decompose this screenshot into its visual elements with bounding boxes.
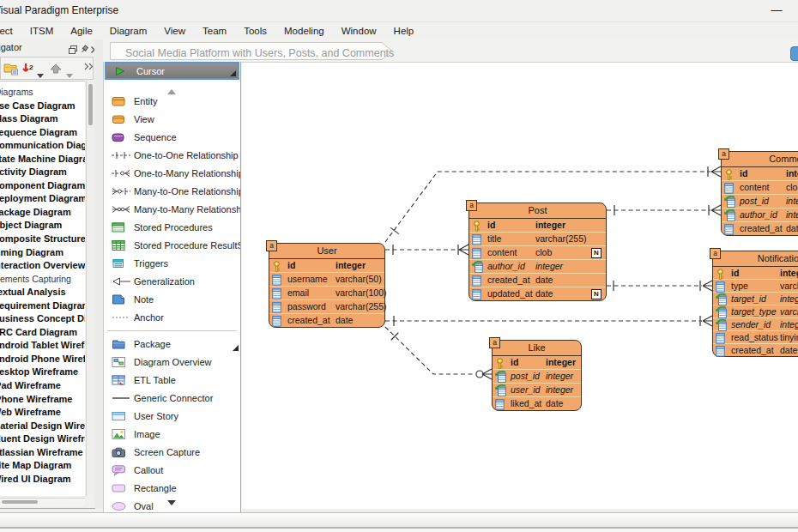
nav-category-requirements-capturing[interactable]: Requirements Capturing [0,273,85,287]
sort-icon[interactable]: 2 [21,62,35,79]
toolbox-item-view[interactable]: View [104,110,240,128]
nav-item-interaction-overview-diagram[interactable]: Interaction Overview Diagram [0,259,85,273]
toolbox-item-callout[interactable]: Callout [104,461,240,479]
entity-column-row[interactable]: created_atdate [722,222,798,235]
menu-modeling[interactable]: Modeling [275,22,333,39]
menu-agile[interactable]: Agile [62,22,101,39]
toolbox-item-image[interactable]: Image [104,425,240,443]
entity-column-row[interactable]: passwordvarchar(255) [269,300,384,314]
toolbox-item-many-to-many-relationship[interactable]: Many-to-Many Relationship [104,200,240,218]
toolbox-item-diagram-overview[interactable]: Diagram Overview [104,353,240,371]
float-panel-icon[interactable] [69,42,80,53]
entity-column-row[interactable]: created_atdate [269,314,384,327]
entity-column-row[interactable]: usernamevarchar(50) [269,273,384,287]
nav-item-sequence-diagram[interactable]: Sequence Diagram [0,126,85,140]
toolbox-item-cursor[interactable]: Cursor [105,62,239,80]
entity-column-row[interactable]: author_idinteger [469,260,606,274]
entity-comment[interactable]: aCommentidintegercontentclobpost_idinteg… [721,151,798,236]
entity-column-row[interactable]: idinteger [713,267,798,280]
toolbox-item-note[interactable]: Note [104,290,240,308]
menu-tools[interactable]: Tools [235,22,275,39]
entity-post[interactable]: aPostidintegertitlevarchar(255)contentcl… [469,203,607,301]
entity-column-row[interactable]: idinteger [722,167,798,181]
nav-item-fluent-design-wireframe[interactable]: Fluent Design Wireframe [0,432,85,446]
entity-column-row[interactable]: read_statustinyint [713,331,798,344]
entity-like[interactable]: aLikeidintegerpost_idintegeruser_idinteg… [492,340,582,411]
entity-column-row[interactable]: idinteger [493,356,581,370]
entity-column-row[interactable]: updated_atdateN [469,287,606,300]
entity-column-row[interactable]: contentclob [722,181,798,195]
toolbox-scroll-down[interactable] [159,493,184,509]
menu-itsm[interactable]: ITSM [21,22,62,39]
toolbox-item-triggers[interactable]: Triggers [104,254,240,272]
entity-column-row[interactable]: typevarchar [713,280,798,293]
menu-diagram[interactable]: Diagram [101,22,155,39]
entity-column-row[interactable]: liked_atdate [493,397,581,410]
new-model-icon[interactable] [3,62,19,79]
toolbox-item-anchor[interactable]: Anchor [104,308,240,326]
nav-item-component-diagram[interactable]: Component Diagram [0,179,85,193]
nav-item-requirement-diagram[interactable]: Requirement Diagram [0,299,85,313]
nav-item-wired-ui-diagram[interactable]: Wired UI Diagram [0,473,85,487]
toolbox-item-stored-procedure-resultset[interactable]: Stored Procedure ResultSet [104,236,240,254]
nav-item-communication-diagram[interactable]: Communication Diagram [0,139,85,153]
toolbox-item-sequence[interactable]: Sequence [104,128,240,146]
toolbox-scroll-up[interactable] [104,82,239,89]
nav-item-iphone-wireframe[interactable]: iPhone Wireframe [0,393,85,407]
diagram-addon-icon[interactable] [790,46,798,61]
toolbox-item-one-to-many-relationship[interactable]: One-to-Many Relationship [104,164,240,182]
toolbox-item-one-to-one-relationship[interactable]: One-to-One Relationship [104,146,240,164]
entity-column-row[interactable]: idinteger [469,219,606,233]
entity-notification[interactable]: aNotificationidintegertypevarchartarget_… [712,251,798,357]
toolbox-item-user-story[interactable]: User Story [104,407,240,425]
toolbox-item-many-to-one-relationship[interactable]: Many-to-One Relationship [104,182,240,200]
connector-post-notification[interactable] [607,281,712,291]
connector-user-post[interactable] [385,245,469,255]
minimize-button[interactable]: — [765,2,788,19]
nav-item-object-diagram[interactable]: Object Diagram [0,219,85,233]
nav-item-class-diagram[interactable]: Class Diagram [0,112,85,126]
nav-item-textual-analysis[interactable]: Textual Analysis [0,286,85,299]
entity-column-row[interactable]: post_idinteger [722,195,798,209]
nav-item-desktop-wireframe[interactable]: Desktop Wireframe [0,366,85,379]
collapse-up-icon[interactable] [49,63,63,78]
nav-item-android-tablet-wireframe[interactable]: Android Tablet Wireframe [0,339,85,353]
scrollbar-thumb[interactable] [88,84,93,125]
entity-user[interactable]: aUseridintegerusernamevarchar(50)emailva… [269,243,385,328]
nav-item-state-machine-diagram[interactable]: State Machine Diagram [0,153,85,166]
toolbox-item-generalization[interactable]: Generalization [104,272,240,290]
nav-category-uml-diagrams[interactable]: UML Diagrams [0,86,85,100]
toolbox-item-stored-procedures[interactable]: Stored Procedures [104,218,240,236]
scrollbar-thumb[interactable] [2,500,38,504]
connector-user-like[interactable] [385,327,492,379]
toolbox-item-generic-connector[interactable]: Generic Connector [104,389,240,407]
nav-item-business-concept-diagram[interactable]: Business Concept Diagram [0,312,85,326]
nav-item-atlassian-wireframe[interactable]: Atlassian Wireframe [0,446,85,460]
nav-item-material-design-wireframe[interactable]: Material Design Wireframe [0,420,85,433]
menu-project[interactable]: Project [0,22,21,39]
nav-item-activity-diagram[interactable]: Activity Diagram [0,166,85,179]
entity-column-row[interactable]: created_atdate [713,344,798,356]
menu-window[interactable]: Window [333,22,385,39]
toolbox-item-entity[interactable]: Entity [104,92,240,110]
entity-column-row[interactable]: post_idinteger [493,370,581,384]
entity-column-row[interactable]: contentclobN [469,246,606,260]
entity-column-row[interactable]: created_atdate [469,274,606,287]
connector-post-comment[interactable] [607,205,721,215]
menu-help[interactable]: Help [385,22,423,39]
menu-view[interactable]: View [155,22,194,39]
menu-team[interactable]: Team [194,22,235,39]
entity-column-row[interactable]: author_idinteger [722,209,798,222]
toolbox-item-etl-table[interactable]: ETL Table [104,371,240,389]
entity-column-row[interactable]: idinteger [269,259,384,273]
nav-item-package-diagram[interactable]: Package Diagram [0,206,85,220]
nav-item-ipad-wireframe[interactable]: iPad Wireframe [0,379,85,393]
nav-item-site-map-diagram[interactable]: Site Map Diagram [0,459,85,473]
nav-item-android-phone-wireframe[interactable]: Android Phone Wireframe [0,353,85,366]
toolbox-item-package[interactable]: Package [104,335,240,353]
entity-column-row[interactable]: user_idinteger [493,384,581,397]
nav-item-web-wireframe[interactable]: Web Wireframe [0,406,85,420]
connector-user-notification[interactable] [385,316,712,326]
entity-column-row[interactable]: target_idinteger [713,293,798,305]
nav-item-crc-card-diagram[interactable]: CRC Card Diagram [0,326,85,340]
